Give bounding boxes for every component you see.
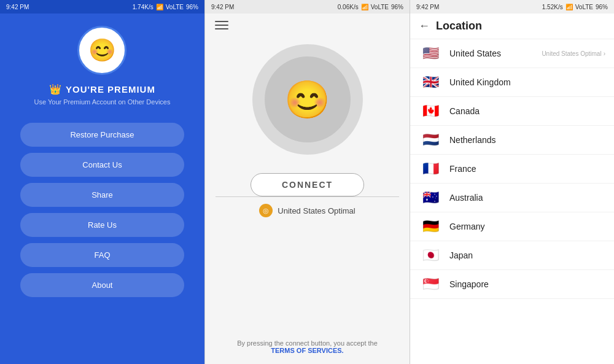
flag-nl: 🇳🇱	[419, 132, 442, 148]
vpn-circle-inner: 😊	[265, 56, 351, 142]
speed-3: 1.52K/s	[542, 4, 563, 10]
location-header: ← Location	[410, 14, 614, 39]
flag-sg: 🇸🇬	[419, 276, 442, 292]
hamburger-line-1	[215, 21, 228, 22]
flag-uk: 🇬🇧	[419, 74, 442, 90]
hamburger-line-3	[215, 28, 228, 29]
country-item-jp[interactable]: 🇯🇵 Japan	[410, 241, 614, 270]
carrier-2: VoLTE	[371, 4, 389, 10]
location-dot-icon: ◎	[259, 204, 273, 217]
country-list: 🇺🇸 United States United States Optimal ›…	[410, 39, 614, 364]
vpn-avatar: 😊	[284, 78, 330, 122]
country-sub-us: United States Optimal ›	[542, 50, 605, 57]
back-arrow-icon[interactable]: ←	[419, 20, 430, 33]
country-item-nl[interactable]: 🇳🇱 Netherlands	[410, 126, 614, 155]
country-item-uk[interactable]: 🇬🇧 United Kingdom	[410, 68, 614, 97]
signal-1: 📶	[156, 4, 163, 10]
country-name-nl: Netherlands	[449, 135, 605, 145]
flag-fr: 🇫🇷	[419, 161, 442, 177]
contact-us-button[interactable]: Contact Us	[20, 153, 184, 177]
battery-2: 96%	[391, 4, 403, 10]
status-left-2: 9:42 PM	[211, 4, 234, 10]
flag-de: 🇩🇪	[419, 219, 442, 234]
premium-badge: 👑 YOU'RE PREMIUM	[49, 83, 155, 95]
location-name-display: United States Optimal	[278, 206, 355, 215]
country-name-us: United States	[449, 48, 542, 58]
country-item-ca[interactable]: 🇨🇦 Canada	[410, 97, 614, 126]
screen3-location: 9:42 PM 1.52K/s 📶 VoLTE 96% ← Location 🇺…	[410, 0, 614, 364]
crown-icon: 👑	[49, 83, 62, 95]
screen1-premium: 9:42 PM 1.74K/s 📶 VoLTE 96% 😊 👑 YOU'RE P…	[0, 0, 204, 364]
country-item-us[interactable]: 🇺🇸 United States United States Optimal ›	[410, 39, 614, 68]
status-bar-2: 9:42 PM 0.06K/s 📶 VoLTE 96%	[205, 0, 410, 14]
status-left-3: 9:42 PM	[416, 4, 439, 10]
country-item-de[interactable]: 🇩🇪 Germany	[410, 212, 614, 241]
flag-ca: 🇨🇦	[419, 103, 442, 119]
status-left-1: 9:42 PM	[6, 4, 29, 10]
time-3: 9:42 PM	[416, 4, 439, 10]
carrier-3: VoLTE	[575, 4, 593, 10]
country-name-ca: Canada	[449, 106, 605, 116]
country-name-uk: United Kingdom	[449, 77, 605, 87]
country-name-fr: France	[449, 164, 605, 174]
country-name-au: Australia	[449, 193, 605, 203]
chevron-icon-us: ›	[604, 50, 605, 57]
country-item-au[interactable]: 🇦🇺 Australia	[410, 184, 614, 212]
faq-button[interactable]: FAQ	[20, 243, 184, 267]
screen2-connect: 9:42 PM 0.06K/s 📶 VoLTE 96% 😊 CONNECT ◎ …	[204, 0, 410, 364]
terms-of-service-link[interactable]: TERMS OF SERVICES.	[271, 347, 343, 354]
vpn-circle-outer: 😊	[252, 44, 363, 155]
menu-buttons: Restore Purchase Contact Us Share Rate U…	[20, 123, 184, 297]
speed-1: 1.74K/s	[133, 4, 154, 10]
avatar-section-1: 😊 👑 YOU'RE PREMIUM Use Your Premium Acco…	[34, 26, 171, 106]
connect-button[interactable]: CONNECT	[251, 173, 364, 196]
about-button[interactable]: About	[20, 273, 184, 297]
battery-1: 96%	[186, 4, 198, 10]
screen2-divider	[216, 196, 400, 197]
country-item-sg[interactable]: 🇸🇬 Singapore	[410, 270, 614, 299]
status-right-3: 1.52K/s 📶 VoLTE 96%	[542, 4, 608, 10]
share-button[interactable]: Share	[20, 183, 184, 207]
status-right-1: 1.74K/s 📶 VoLTE 96%	[133, 4, 198, 10]
location-indicator: ◎ United States Optimal	[259, 204, 355, 217]
hamburger-menu[interactable]	[215, 21, 228, 29]
country-name-jp: Japan	[449, 250, 605, 260]
time-2: 9:42 PM	[211, 4, 234, 10]
country-name-de: Germany	[449, 222, 605, 231]
carrier-1: VoLTE	[166, 4, 184, 10]
status-bar-1: 9:42 PM 1.74K/s 📶 VoLTE 96%	[0, 0, 204, 14]
signal-2: 📶	[361, 4, 368, 10]
country-item-fr[interactable]: 🇫🇷 France	[410, 155, 614, 184]
hamburger-line-2	[215, 25, 228, 26]
speed-2: 0.06K/s	[338, 4, 359, 10]
screen2-footer: By pressing the connect button, you acce…	[225, 339, 390, 354]
restore-purchase-button[interactable]: Restore Purchase	[20, 123, 184, 147]
flag-us: 🇺🇸	[419, 45, 442, 61]
battery-3: 96%	[596, 4, 608, 10]
rate-us-button[interactable]: Rate Us	[20, 213, 184, 237]
flag-au: 🇦🇺	[419, 190, 442, 206]
avatar-1: 😊	[77, 26, 126, 75]
signal-3: 📶	[565, 4, 573, 10]
status-right-2: 0.06K/s 📶 VoLTE 96%	[338, 4, 403, 10]
footer-text: By pressing the connect button, you acce…	[237, 339, 378, 347]
country-name-sg: Singapore	[449, 279, 605, 289]
premium-subtitle: Use Your Premium Account on Other Device…	[34, 98, 171, 106]
time-1: 9:42 PM	[6, 4, 29, 10]
status-bar-3: 9:42 PM 1.52K/s 📶 VoLTE 96%	[410, 0, 614, 14]
location-title: Location	[436, 20, 482, 33]
flag-jp: 🇯🇵	[419, 247, 442, 263]
